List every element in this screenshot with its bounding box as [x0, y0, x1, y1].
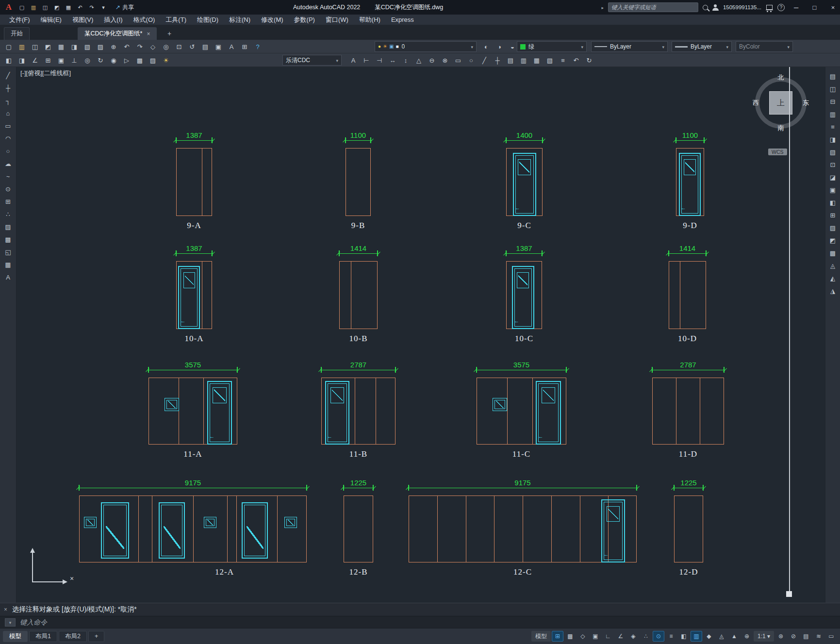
- compass-east[interactable]: 东: [803, 99, 809, 107]
- annotation-visibility-icon[interactable]: ▲: [728, 631, 740, 642]
- lineweight-display-icon[interactable]: ≡: [665, 631, 677, 642]
- chevron-down-icon[interactable]: [581, 43, 583, 50]
- object-snap-icon[interactable]: ⊙: [653, 631, 664, 642]
- center-mark-icon[interactable]: ○: [465, 55, 477, 66]
- named-views-icon[interactable]: ◎: [82, 55, 93, 66]
- elevation-12-A[interactable]: 917512-A: [79, 495, 307, 562]
- transparency-icon[interactable]: ◧: [678, 631, 690, 642]
- space-tab-layout2[interactable]: 布局2: [59, 631, 87, 642]
- elevation-10-A[interactable]: 1387←10-A: [176, 261, 212, 329]
- layer-dropdown[interactable]: ●☀▣■ 0: [375, 41, 477, 52]
- layer-isolate-icon[interactable]: ◑: [494, 41, 505, 52]
- new-file-icon[interactable]: ▢: [16, 2, 27, 12]
- elevation-12-D[interactable]: 122512-D: [674, 495, 703, 562]
- dim-edit-icon[interactable]: ≡: [557, 55, 569, 66]
- render-icon[interactable]: ▩: [134, 55, 146, 66]
- object-snap-tracking-icon[interactable]: ∴: [640, 631, 652, 642]
- external-references-icon[interactable]: ▣: [827, 184, 839, 196]
- ortho-mode-icon[interactable]: ∟: [602, 631, 614, 642]
- table-icon[interactable]: ⊞: [239, 41, 250, 52]
- search-icon[interactable]: [703, 5, 708, 10]
- command-input-row[interactable]: 键入命令: [0, 616, 840, 628]
- menu-edit[interactable]: 编辑(E): [35, 15, 67, 25]
- visual-styles-icon[interactable]: ▨: [827, 222, 839, 233]
- wcs-indicator[interactable]: WCS: [768, 149, 787, 155]
- infer-constraints-icon[interactable]: ◇: [577, 631, 589, 642]
- elevation-11-B[interactable]: 2787←11-B: [321, 378, 395, 445]
- draw-order-front-icon[interactable]: ◧: [3, 55, 15, 66]
- polar-tracking-icon[interactable]: ∠: [615, 631, 626, 642]
- open-icon[interactable]: ▥: [16, 41, 28, 52]
- zoom-previous-icon[interactable]: ↺: [186, 41, 198, 52]
- multileader-icon[interactable]: ▭: [452, 55, 464, 66]
- tolerance-icon[interactable]: ▧: [544, 55, 556, 66]
- lineweight-dropdown[interactable]: ByLayer: [672, 41, 732, 52]
- chevron-down-icon[interactable]: [336, 57, 338, 64]
- sheet-set-manager-icon[interactable]: ▧: [827, 147, 839, 158]
- quick-properties-icon[interactable]: ▤: [800, 631, 812, 642]
- elevation-9-B[interactable]: 11009-B: [346, 148, 371, 216]
- user-id-label[interactable]: 15059991135...: [723, 4, 761, 10]
- line-icon[interactable]: ╱: [2, 70, 14, 81]
- annotation-icon[interactable]: A: [226, 41, 237, 52]
- menu-draw[interactable]: 绘图(D): [192, 15, 224, 25]
- workspace-switching-icon[interactable]: ⊛: [775, 631, 787, 642]
- elevation-12-C[interactable]: 9175←12-C: [409, 495, 637, 562]
- tab-document[interactable]: 某CDC净化空调图纸* ×: [78, 27, 157, 40]
- dim-oblique-icon[interactable]: ╱: [478, 55, 490, 66]
- 3d-object-snap-icon[interactable]: ◆: [703, 631, 715, 642]
- elevation-9-A[interactable]: 13879-A: [176, 148, 212, 216]
- rectangle-icon[interactable]: ▭: [2, 120, 14, 132]
- ellipse-icon[interactable]: ⊙: [2, 183, 14, 195]
- open-file-icon[interactable]: ▥: [28, 2, 39, 12]
- steering-wheel-icon[interactable]: ◉: [108, 55, 119, 66]
- style-dropdown[interactable]: 乐清CDC: [282, 55, 342, 66]
- customize-quick-access-icon[interactable]: ▾: [98, 2, 109, 12]
- menu-insert[interactable]: 插入(I): [99, 15, 128, 25]
- pan-realtime-icon[interactable]: ◇: [147, 41, 159, 52]
- design-center-icon[interactable]: ◪: [827, 172, 839, 183]
- menu-dimension[interactable]: 标注(N): [224, 15, 256, 25]
- dim-angular-icon[interactable]: △: [413, 55, 425, 66]
- materials-browser-icon[interactable]: ▩: [827, 248, 839, 259]
- menu-tools[interactable]: 工具(T): [160, 15, 192, 25]
- maximize-button[interactable]: □: [807, 0, 822, 15]
- minimize-button[interactable]: ─: [789, 0, 803, 15]
- undo-icon[interactable]: ↶: [75, 2, 85, 12]
- autoscale-icon[interactable]: ⊕: [741, 631, 753, 642]
- sun-properties-icon[interactable]: ◩: [827, 235, 839, 246]
- color-dropdown[interactable]: 绿: [517, 41, 587, 52]
- measure-icon[interactable]: ∠: [29, 55, 41, 66]
- text-style-icon[interactable]: A: [347, 55, 359, 66]
- viewport-controls-label[interactable]: [-][俯视][二维线框]: [20, 69, 71, 78]
- clean-tools-icon[interactable]: ◮: [827, 285, 839, 297]
- compass-west[interactable]: 西: [753, 99, 759, 107]
- help-icon[interactable]: ?: [252, 41, 264, 52]
- lists-palette-icon[interactable]: ≡: [827, 121, 839, 132]
- arc-icon[interactable]: ◠: [2, 133, 14, 144]
- undo-icon[interactable]: ↶: [121, 41, 132, 52]
- quick-calc-icon[interactable]: ⊞: [42, 55, 54, 66]
- qnew-icon[interactable]: ▢: [3, 41, 15, 52]
- region-icon[interactable]: ◱: [2, 247, 14, 258]
- menu-express[interactable]: Express: [386, 15, 419, 25]
- menu-format[interactable]: 格式(O): [128, 15, 161, 25]
- ucs-settings-icon[interactable]: ◬: [827, 260, 839, 271]
- layers-palette-icon[interactable]: ◫: [827, 83, 839, 95]
- search-input[interactable]: [608, 2, 698, 12]
- plot-preview-icon[interactable]: ◨: [68, 41, 80, 52]
- markup-import-icon[interactable]: ◧: [827, 197, 839, 208]
- count-palette-icon[interactable]: ▥: [827, 109, 839, 120]
- tab-start[interactable]: 开始: [4, 27, 30, 40]
- elevation-10-C[interactable]: 1387←10-C: [506, 261, 542, 329]
- match-properties-icon[interactable]: ▣: [213, 41, 224, 52]
- space-tab-new-layout[interactable]: +: [88, 631, 104, 642]
- grid-display-icon[interactable]: ⊞: [552, 631, 563, 642]
- layer-states-icon[interactable]: ◐: [480, 41, 492, 52]
- space-tab-layout1[interactable]: 布局1: [29, 631, 57, 642]
- lights-icon[interactable]: ☀: [160, 55, 172, 66]
- elevation-11-A[interactable]: 3575←11-A: [148, 378, 237, 445]
- compass-south[interactable]: 南: [778, 124, 784, 132]
- dim-center-icon[interactable]: ┼: [492, 55, 503, 66]
- menu-view[interactable]: 视图(V): [67, 15, 99, 25]
